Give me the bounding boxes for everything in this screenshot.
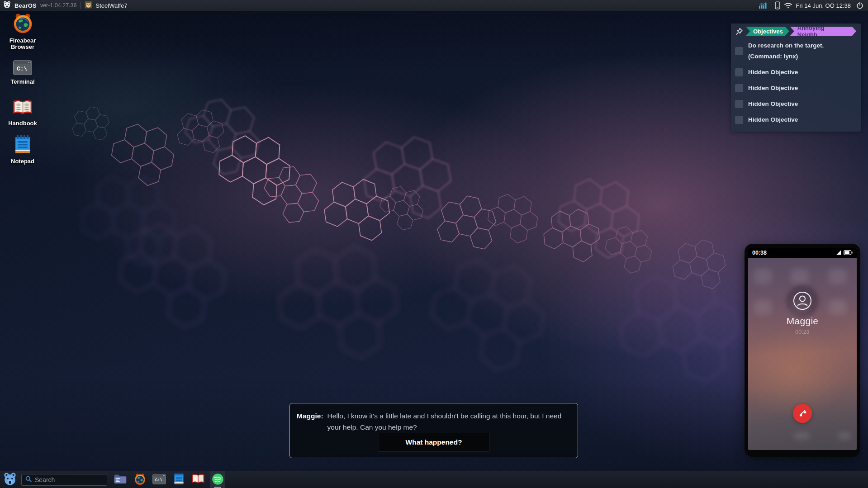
topbar-separator: [81, 2, 81, 9]
phone-status-time: 00:38: [752, 250, 767, 256]
spotify-icon: [212, 473, 224, 487]
objectives-list: Do research on the target. (Command: lyn…: [735, 40, 856, 125]
objective-row: Hidden Objective: [735, 99, 856, 109]
fireabear-browser-icon: [12, 13, 33, 36]
taskbar-app-file-manager[interactable]: [113, 471, 128, 488]
objective-checkbox[interactable]: [735, 100, 743, 108]
start-button[interactable]: [2, 472, 18, 488]
desktop-icon-label: Fireabear Browser: [5, 38, 41, 51]
terminal-icon: C:\: [13, 60, 32, 77]
objective-row: Hidden Objective: [735, 114, 856, 125]
topbar-separator: [771, 2, 771, 9]
blurred-dock-tile: [838, 432, 851, 440]
blurred-app-tile: [754, 299, 772, 315]
bear-start-icon: [3, 472, 17, 487]
tab-objectives[interactable]: Objectives: [746, 27, 789, 36]
signal-icon: [836, 249, 841, 257]
objective-row: Do research on the target. (Command: lyn…: [735, 40, 856, 62]
taskbar-app-terminal[interactable]: C:\: [152, 471, 167, 488]
hangup-button[interactable]: [793, 404, 812, 423]
hangup-icon: [797, 408, 807, 419]
objective-row: Hidden Objective: [735, 67, 856, 78]
objective-checkbox[interactable]: [735, 84, 743, 92]
desktop-icon-label: Notepad: [11, 158, 34, 165]
handbook-icon: [12, 99, 33, 118]
call-duration: 00:23: [748, 329, 857, 335]
terminal-icon-text: C:\: [17, 66, 27, 73]
fireabear-browser-icon: [134, 473, 146, 487]
user-avatar: [85, 1, 92, 10]
search-icon: [25, 476, 32, 484]
objective-text: Hidden Objective: [748, 83, 798, 94]
os-name: BearOS: [14, 2, 37, 9]
objective-checkbox[interactable]: [735, 47, 743, 55]
objective-row: Hidden Objective: [735, 83, 856, 94]
taskbar: C:\: [0, 471, 868, 488]
dialogue-box: Maggie: Hello, I know it's a little late…: [289, 403, 578, 458]
blurred-app-tile: [829, 299, 847, 315]
taskbar-app-fireabear-browser[interactable]: [132, 471, 147, 488]
desktop-icon-handbook[interactable]: Handbook: [5, 99, 41, 127]
search-box: [21, 474, 107, 486]
bearos-desktop: BearOS ver-1.04.27.36 SteelWaffe7: [0, 0, 868, 488]
terminal-icon-text: C:\: [155, 478, 163, 483]
objective-text: Hidden Objective: [748, 67, 798, 78]
battery-icon: [844, 249, 853, 257]
handbook-icon: [191, 473, 205, 486]
objectives-panel: Objectives Annoying Neighb... Do researc…: [731, 24, 861, 132]
objective-text: Hidden Objective: [748, 99, 798, 109]
dialogue-message: Hello, I know it's a little late and I s…: [327, 410, 570, 433]
caller-name: Maggie: [748, 316, 857, 327]
dialogue-choice-button[interactable]: What happened?: [378, 433, 490, 452]
topbar-left: BearOS ver-1.04.27.36 SteelWaffe7: [3, 1, 128, 10]
desktop-icon-notepad[interactable]: Notepad: [5, 135, 41, 165]
mobile-device-icon[interactable]: [775, 1, 780, 9]
clock: Fri 14 Jun, ÖÖ 12:38: [796, 2, 851, 9]
dialogue-speaker: Maggie:: [297, 410, 323, 433]
notepad-icon: [14, 135, 31, 156]
pin-icon[interactable]: [735, 27, 744, 36]
phone-status-bar: 00:38: [748, 248, 857, 258]
taskbar-app-spotify[interactable]: [210, 471, 225, 488]
caller-avatar-icon: [793, 291, 812, 312]
desktop-icon-label: Handbook: [8, 120, 37, 127]
taskbar-dock: C:\: [113, 471, 225, 488]
objective-text: Hidden Objective: [748, 114, 798, 125]
topbar: BearOS ver-1.04.27.36 SteelWaffe7: [0, 0, 868, 11]
file-manager-icon: [114, 474, 127, 486]
blurred-app-tile: [791, 269, 809, 284]
desktop-icon-terminal[interactable]: C:\ Terminal: [5, 60, 41, 85]
objective-text: Do research on the target. (Command: lyn…: [748, 40, 824, 62]
tab-quest-annoying-neighbor[interactable]: Annoying Neighb...: [790, 27, 856, 36]
stats-chart-icon[interactable]: [759, 2, 767, 9]
phone-screen: 00:38: [748, 248, 857, 450]
phone: 00:38: [745, 244, 860, 457]
blurred-app-tile: [829, 269, 847, 284]
username: SteelWaffe7: [96, 2, 128, 9]
terminal-icon: C:\: [152, 474, 166, 486]
notepad-icon: [174, 473, 184, 487]
topbar-right: Fri 14 Jun, ÖÖ 12:38: [759, 1, 863, 9]
blurred-dock-tile: [793, 432, 810, 440]
objective-checkbox[interactable]: [735, 68, 743, 76]
taskbar-app-notepad[interactable]: [171, 471, 186, 488]
desktop-icon-fireabear-browser[interactable]: Fireabear Browser: [5, 13, 41, 51]
blurred-app-tile: [754, 269, 772, 284]
bearos-logo-icon: [3, 1, 11, 10]
search-input[interactable]: [35, 476, 117, 483]
os-version: ver-1.04.27.36: [40, 2, 77, 9]
desktop-icon-label: Terminal: [10, 79, 34, 85]
objective-checkbox[interactable]: [735, 116, 743, 124]
taskbar-app-handbook[interactable]: [190, 471, 206, 488]
objectives-tabs: Objectives Annoying Neighb...: [735, 27, 856, 36]
power-icon[interactable]: [856, 2, 863, 9]
wifi-icon[interactable]: [784, 2, 792, 9]
